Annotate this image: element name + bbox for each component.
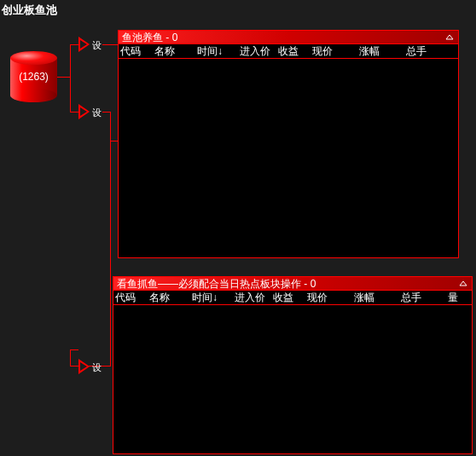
flow-arrow-1-label[interactable]: 设	[92, 39, 102, 52]
connector-line	[110, 141, 111, 367]
col-price[interactable]: 现价	[305, 291, 352, 305]
pool-count: (1263)	[19, 71, 49, 83]
connector-line	[70, 349, 71, 367]
flow-arrow-2-label[interactable]: 设	[92, 107, 102, 119]
flow-arrow-3[interactable]	[78, 359, 90, 374]
panel-fishpond-body[interactable]	[119, 59, 458, 257]
connector-line	[70, 112, 78, 113]
col-name[interactable]: 名称	[153, 44, 195, 59]
connector-line	[70, 44, 71, 113]
col-price[interactable]: 现价	[311, 44, 357, 59]
col-extra[interactable]: 量	[446, 291, 463, 305]
col-profit[interactable]: 收益	[271, 291, 305, 305]
collapse-up-icon[interactable]	[458, 279, 468, 289]
connector-line	[110, 141, 118, 141]
panel-catchfish-body[interactable]	[113, 305, 472, 453]
panel-fishpond-title: 鱼池养鱼 - 0	[122, 31, 177, 45]
flow-arrow-3-label[interactable]: 设	[92, 361, 102, 374]
col-time[interactable]: 时间↓	[195, 44, 238, 59]
col-change[interactable]: 涨幅	[352, 291, 399, 305]
panel-fishpond: 鱼池养鱼 - 0 代码 名称 时间↓ 进入价 收益 现价 涨幅 总手	[118, 30, 459, 258]
col-name[interactable]: 名称	[148, 291, 190, 305]
panel-catchfish: 看鱼抓鱼——必须配合当日热点板块操作 - 0 代码 名称 时间↓ 进入价 收益 …	[113, 276, 473, 454]
col-time[interactable]: 时间↓	[190, 291, 233, 305]
panel-fishpond-header[interactable]: 鱼池养鱼 - 0	[119, 31, 458, 44]
col-profit[interactable]: 收益	[276, 44, 311, 59]
col-enterprice[interactable]: 进入价	[238, 44, 276, 59]
col-code[interactable]: 代码	[119, 44, 153, 59]
panel-catchfish-columns[interactable]: 代码 名称 时间↓ 进入价 收益 现价 涨幅 总手 量	[113, 291, 472, 305]
col-code[interactable]: 代码	[113, 291, 148, 305]
collapse-up-icon[interactable]	[444, 32, 455, 43]
connector-line	[102, 44, 118, 45]
col-volume[interactable]: 总手	[399, 291, 446, 305]
connector-line	[102, 366, 111, 367]
panel-catchfish-header[interactable]: 看鱼抓鱼——必须配合当日热点板块操作 - 0	[113, 277, 472, 291]
panel-catchfish-title: 看鱼抓鱼——必须配合当日热点板块操作 - 0	[117, 277, 316, 291]
col-change[interactable]: 涨幅	[357, 44, 404, 59]
pool-node[interactable]: (1263)	[10, 51, 57, 102]
connector-line	[70, 44, 78, 45]
panel-fishpond-columns[interactable]: 代码 名称 时间↓ 进入价 收益 现价 涨幅 总手	[119, 44, 458, 59]
page-title: 创业板鱼池	[2, 3, 57, 18]
connector-line	[57, 77, 70, 78]
flow-arrow-2[interactable]	[78, 104, 90, 119]
col-enterprice[interactable]: 进入价	[233, 291, 271, 305]
connector-line	[70, 349, 78, 350]
flow-arrow-1[interactable]	[78, 37, 90, 52]
col-volume[interactable]: 总手	[404, 44, 447, 59]
connector-line	[110, 112, 111, 141]
